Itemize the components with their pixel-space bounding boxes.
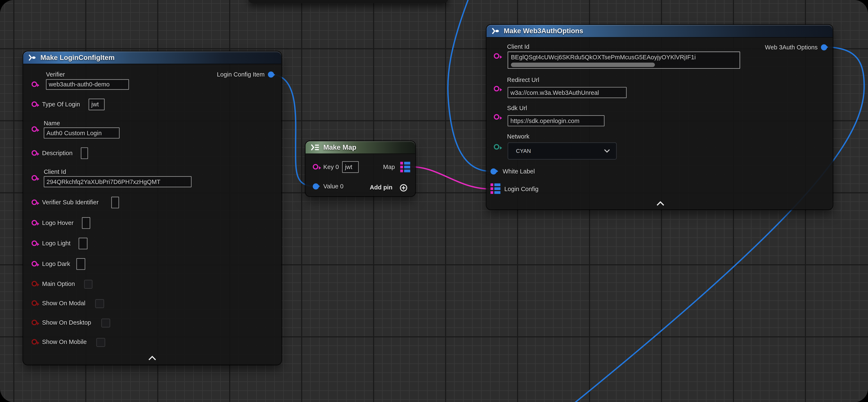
- verifier-field[interactable]: web3auth-auth0-demo: [46, 79, 129, 90]
- pin-label-main-option: Main Option: [42, 280, 75, 287]
- pin-main-option[interactable]: [31, 281, 37, 286]
- wire-map-to-loginconfig[interactable]: [412, 167, 491, 189]
- pin-verifier[interactable]: [31, 81, 37, 87]
- client-id-scrollbar[interactable]: [511, 63, 655, 67]
- pin-label-white-label: White Label: [503, 168, 535, 175]
- node-title: Make Map: [323, 144, 356, 151]
- pin-name[interactable]: [31, 126, 37, 132]
- show-on-mobile-checkbox[interactable]: [96, 338, 105, 346]
- pin-description[interactable]: [31, 150, 37, 155]
- pin-type-of-login[interactable]: [31, 101, 37, 107]
- pin-label-redirect-url: Redirect Url: [507, 76, 539, 83]
- pin-logo-light[interactable]: [31, 240, 37, 246]
- node-header-make-loginconfigitem[interactable]: Make LoginConfigItem: [23, 52, 281, 64]
- make-map-icon: [310, 144, 319, 151]
- pin-white-label[interactable]: [491, 168, 497, 174]
- node-header-make-map[interactable]: Make Map: [306, 141, 415, 153]
- output-pin-label-map: Map: [383, 163, 395, 170]
- pin-show-on-mobile[interactable]: [31, 339, 37, 345]
- collapse-node-chevron[interactable]: [148, 356, 157, 361]
- pin-label-login-config: Login Config: [504, 185, 538, 192]
- pin-value0[interactable]: [313, 183, 319, 189]
- offscreen-node-edge[interactable]: [248, 0, 448, 3]
- pin-label-show-on-mobile: Show On Mobile: [42, 338, 87, 345]
- pin-label-logo-hover: Logo Hover: [42, 219, 73, 226]
- pin-label-sdk-url: Sdk Url: [507, 105, 527, 112]
- node-title: Make Web3AuthOptions: [504, 27, 583, 35]
- logo-dark-field[interactable]: [76, 258, 85, 270]
- pin-label-logo-dark: Logo Dark: [42, 260, 70, 267]
- logo-hover-field[interactable]: [82, 217, 90, 229]
- add-pin-label[interactable]: Add pin: [370, 184, 393, 191]
- pin-label-logo-light: Logo Light: [42, 240, 70, 247]
- collapse-node-chevron[interactable]: [656, 201, 665, 206]
- pin-redirect-url[interactable]: [494, 86, 499, 91]
- output-pin-label: Login Config Item: [217, 71, 265, 78]
- node-title: Make LoginConfigItem: [40, 54, 115, 62]
- output-pin-web3auth-options[interactable]: [821, 44, 827, 50]
- pin-label-name: Name: [44, 119, 60, 126]
- pin-label-show-on-desktop: Show On Desktop: [42, 319, 91, 326]
- chevron-down-icon: [604, 149, 610, 153]
- pin-label-type-of-login: Type Of Login: [42, 100, 80, 108]
- name-field[interactable]: Auth0 Custom Login: [44, 127, 119, 139]
- pin-label-verifier: Verifier: [46, 71, 65, 78]
- pin-show-on-desktop[interactable]: [31, 320, 37, 325]
- pin-sdk-url[interactable]: [494, 114, 499, 120]
- pin-client-id[interactable]: [31, 175, 37, 181]
- pin-login-config[interactable]: [490, 183, 500, 194]
- make-struct-icon: [28, 54, 36, 61]
- output-pin-login-config-item[interactable]: [268, 71, 274, 78]
- pin-label-client-id: Client Id: [507, 43, 529, 50]
- pin-logo-dark[interactable]: [31, 261, 37, 266]
- logo-light-field[interactable]: [79, 237, 87, 249]
- show-on-desktop-checkbox[interactable]: [101, 318, 110, 327]
- network-dropdown[interactable]: CYAN: [507, 142, 616, 160]
- redirect-url-field[interactable]: w3a://com.w3a.Web3AuthUnreal: [507, 87, 626, 98]
- verifier-sub-identifier-field[interactable]: [111, 196, 119, 208]
- pin-logo-hover[interactable]: [31, 220, 37, 225]
- description-field[interactable]: [81, 147, 88, 159]
- type-of-login-field[interactable]: jwt: [89, 98, 104, 110]
- client-id-field[interactable]: BEglQSgt4cUWcj6SKRdu5QkOXTsePmMcusG5EAoy…: [507, 51, 740, 69]
- show-on-modal-checkbox[interactable]: [95, 299, 104, 308]
- pin-verifier-sub-identifier[interactable]: [31, 200, 37, 205]
- node-make-map[interactable]: Make Map Key 0 jwt Map Value 0 Add pin: [306, 141, 415, 196]
- pin-label-value0: Value 0: [323, 182, 343, 190]
- blueprint-graph-canvas[interactable]: Make LoginConfigItem Login Config Item V…: [0, 0, 868, 402]
- pin-client-id[interactable]: [494, 53, 499, 59]
- output-pin-map[interactable]: [400, 162, 410, 172]
- output-pin-label: Web 3Auth Options: [765, 44, 817, 51]
- client-id-field[interactable]: 294QRkchfq2YaXUbPri7D6PH7xzHgQMT: [44, 176, 191, 187]
- make-struct-icon: [492, 28, 500, 34]
- node-make-loginconfigitem[interactable]: Make LoginConfigItem Login Config Item V…: [23, 52, 281, 365]
- pin-show-on-modal[interactable]: [31, 300, 37, 306]
- pin-network[interactable]: [494, 144, 499, 149]
- main-option-checkbox[interactable]: [84, 280, 93, 288]
- add-pin-icon[interactable]: [399, 184, 407, 192]
- pin-label-show-on-modal: Show On Modal: [42, 299, 85, 307]
- wire-offscreen-to-whitelabel[interactable]: [448, 0, 491, 171]
- pin-label-verifier-sub-identifier: Verifier Sub Identifier: [42, 199, 98, 206]
- pin-label-description: Description: [42, 149, 72, 156]
- pin-key0[interactable]: [313, 164, 318, 169]
- key0-field[interactable]: jwt: [342, 161, 359, 173]
- sdk-url-field[interactable]: https://sdk.openlogin.com: [507, 115, 604, 126]
- pin-label-network: Network: [507, 133, 529, 140]
- pin-label-key0: Key 0: [323, 163, 339, 170]
- pin-label-client-id: Client Id: [44, 168, 66, 176]
- node-make-web3authoptions[interactable]: Make Web3AuthOptions Web 3Auth Options C…: [487, 25, 833, 210]
- node-header-make-web3authoptions[interactable]: Make Web3AuthOptions: [487, 25, 833, 37]
